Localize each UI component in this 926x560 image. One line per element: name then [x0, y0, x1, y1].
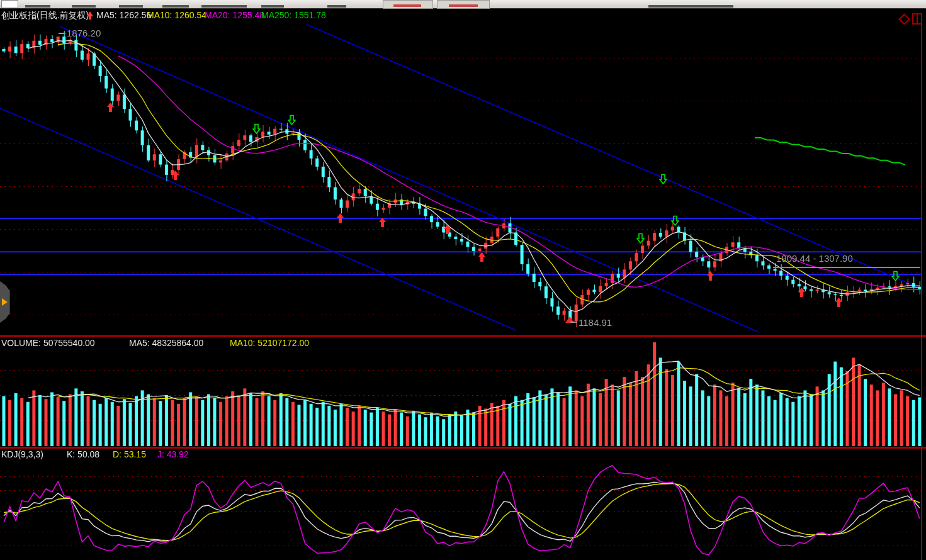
kdj-k-readout: K: 50.08	[67, 449, 99, 460]
toolbar-quote-button[interactable]	[383, 0, 433, 9]
toolbar-indicator-box	[1, 0, 18, 8]
volume-readout: VOLUME: 50755540.00	[1, 337, 95, 349]
buy-signal-arrow	[798, 287, 806, 298]
kline-chart-canvas[interactable]	[0, 0, 926, 560]
buy-signal-arrow	[706, 271, 714, 281]
toolbar-item[interactable]	[201, 5, 247, 8]
toolbar-clipped	[0, 0, 926, 9]
toolbar-quote-value	[449, 4, 478, 7]
ma10-readout: MA10: 1260.54	[147, 9, 206, 21]
toolbar-item[interactable]	[25, 5, 50, 8]
low-price-label: 1184.91	[579, 317, 612, 328]
buy-signal-arrow	[378, 217, 387, 228]
sell-signal-arrow	[636, 233, 645, 244]
volume-ma10-readout: MA10: 52107172.00	[230, 337, 309, 349]
ma250-readout: MA250: 1551.78	[261, 9, 326, 21]
toolbar-item[interactable]	[119, 5, 143, 8]
high-pointer	[59, 33, 65, 34]
buy-signal-arrow	[443, 224, 451, 235]
toolbar-status-text	[648, 5, 733, 8]
toolbar-item[interactable]	[261, 5, 284, 8]
range-tool-line[interactable]	[773, 267, 920, 268]
sell-signal-arrow	[252, 123, 261, 134]
kdj-d-readout: D: 53.15	[113, 449, 146, 460]
volume-ma5-readout: MA5: 48325864.00	[129, 337, 203, 349]
sell-signal-arrow	[891, 271, 900, 281]
pane-separator[interactable]	[0, 335, 926, 337]
toolbar-item[interactable]	[327, 5, 346, 8]
buy-signal-arrow	[835, 297, 843, 308]
ma20-readout: MA20: 1255.48	[205, 9, 264, 21]
buy-signal-arrow	[171, 170, 179, 181]
sell-signal-arrow	[671, 215, 679, 226]
expand-arrow-icon	[2, 298, 8, 306]
toolbar-item[interactable]	[162, 5, 189, 8]
toolbar-item[interactable]	[72, 5, 96, 8]
toolbar-quote-button[interactable]	[437, 0, 490, 9]
stock-chart-app: 创业板指(日线.前复权) MA5: 1262.56 MA10: 1260.54 …	[0, 0, 926, 560]
sell-signal-arrow	[288, 115, 296, 125]
kdj-indicator-label: KDJ(9,3,3)	[1, 449, 43, 460]
buy-signal-arrow	[336, 213, 344, 223]
ma5-readout: MA5: 1262.56	[96, 9, 151, 21]
up-arrow-icon-stem	[89, 16, 91, 20]
right-axis-line	[921, 23, 922, 560]
toolbar-quote-value	[393, 4, 421, 7]
buy-signal-arrow	[478, 252, 486, 262]
buy-signal-arrow	[106, 102, 115, 113]
range-tool-label: 1909.44 - 1307.90	[776, 253, 853, 264]
kdj-j-readout: J: 43.92	[157, 449, 189, 460]
low-pointer	[570, 322, 577, 323]
symbol-title: 创业板指(日线.前复权)	[1, 9, 89, 21]
sell-signal-arrow	[659, 174, 667, 184]
high-price-label: 1876.20	[67, 28, 101, 38]
